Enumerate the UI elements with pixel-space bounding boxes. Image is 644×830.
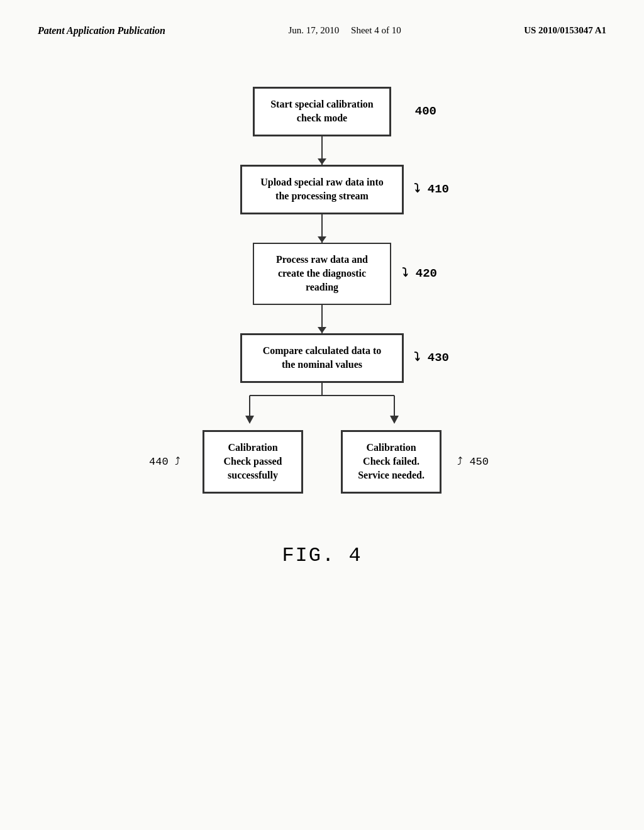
- figure-label: FIG. 4: [0, 544, 644, 567]
- box-400-row: Start special calibrationcheck mode 400: [102, 87, 542, 136]
- box-430-row: Compare calculated data tothe nominal va…: [102, 333, 542, 383]
- box-450: CalibrationCheck failed.Service needed.: [341, 430, 441, 494]
- arrow-400-410: [321, 136, 323, 165]
- svg-marker-5: [390, 416, 399, 424]
- label-410: ⤵ 410: [414, 181, 449, 198]
- box-420-text: Process raw data andcreate the diagnosti…: [276, 254, 368, 293]
- publication-label: Patent Application Publication: [38, 25, 165, 36]
- sheet-label: Sheet 4 of 10: [351, 25, 401, 35]
- svg-marker-3: [245, 416, 254, 424]
- box-410-row: Upload special raw data intothe processi…: [102, 165, 542, 214]
- box-450-text: CalibrationCheck failed.Service needed.: [358, 442, 425, 481]
- box-430-text: Compare calculated data tothe nominal va…: [263, 345, 382, 370]
- label-400: 400: [415, 103, 436, 120]
- label-450: ⤴ 450: [457, 455, 489, 468]
- split-arrows-svg: [196, 383, 448, 427]
- page: Patent Application Publication Jun. 17, …: [0, 0, 644, 830]
- bottom-boxes-row: CalibrationCheck passedsuccessfully 440 …: [165, 430, 479, 494]
- box-450-wrapper: CalibrationCheck failed.Service needed. …: [341, 430, 441, 494]
- box-430: Compare calculated data tothe nominal va…: [240, 333, 404, 383]
- box-440: CalibrationCheck passedsuccessfully: [203, 430, 303, 494]
- flowchart-diagram: Start special calibrationcheck mode 400 …: [0, 49, 644, 494]
- arrow-420-430: [321, 305, 323, 333]
- label-420: ⤵ 420: [402, 265, 437, 282]
- split-arrows-container: [196, 383, 448, 427]
- date-label: Jun. 17, 2010: [288, 25, 339, 35]
- box-420-row: Process raw data andcreate the diagnosti…: [102, 243, 542, 305]
- box-440-text: CalibrationCheck passedsuccessfully: [224, 442, 282, 481]
- box-420: Process raw data andcreate the diagnosti…: [253, 243, 391, 305]
- box-410: Upload special raw data intothe processi…: [240, 165, 404, 214]
- box-400-text: Start special calibrationcheck mode: [270, 99, 374, 123]
- date-sheet-label: Jun. 17, 2010 Sheet 4 of 10: [288, 25, 401, 36]
- label-440: 440 ⤴: [149, 455, 180, 468]
- flow-wrapper: Start special calibrationcheck mode 400 …: [102, 87, 542, 494]
- patent-number-label: US 2010/0153047 A1: [524, 25, 606, 36]
- box-410-text: Upload special raw data intothe processi…: [260, 177, 384, 201]
- box-400: Start special calibrationcheck mode 400: [253, 87, 391, 136]
- label-430: ⤵ 430: [414, 350, 449, 367]
- box-440-wrapper: CalibrationCheck passedsuccessfully 440 …: [203, 430, 303, 494]
- arrow-410-420: [321, 214, 323, 243]
- page-header: Patent Application Publication Jun. 17, …: [0, 0, 644, 49]
